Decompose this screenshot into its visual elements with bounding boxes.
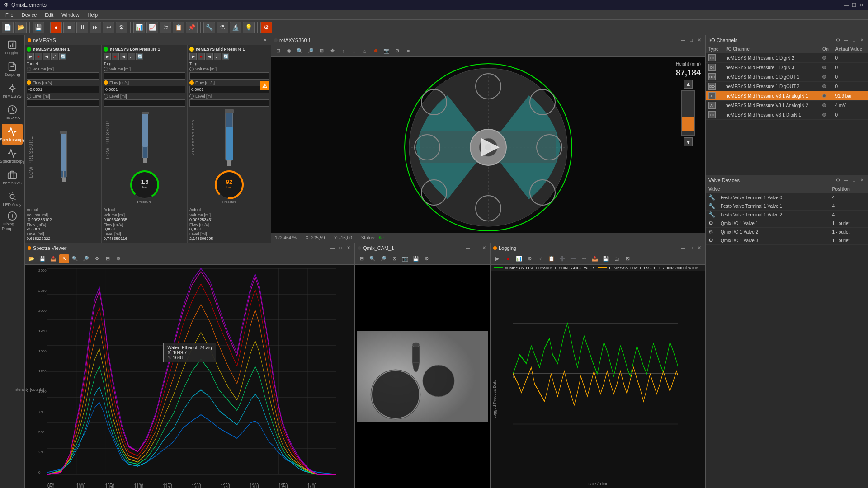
valve-cfg[interactable]: ⚙ [835,177,841,183]
cam-tb7[interactable]: ⚙ [422,254,432,263]
tb-btn13[interactable]: ⚗ [217,22,228,33]
unit2-stop[interactable]: ■ [112,53,119,60]
cam-tb5[interactable]: 📷 [400,254,410,263]
unit3-level-radio[interactable] [189,94,194,99]
sidebar-item-logging[interactable]: Logging [2,37,23,58]
tb-btn15[interactable]: 💡 [243,22,255,33]
logging-max[interactable]: □ [688,245,694,251]
save-button[interactable]: 💾 [33,22,44,33]
sidebar-item-scripting[interactable]: Scripting [2,59,23,80]
sp-cursor[interactable]: ↖ [59,254,69,263]
valve-max[interactable]: □ [851,177,857,183]
unit1-flow-radio[interactable] [27,80,31,85]
unit2-vol-radio[interactable] [104,67,108,71]
log-tb9[interactable]: ✏ [579,254,589,263]
tb-btn7[interactable]: 📊 [133,22,145,33]
io-max[interactable]: □ [851,37,857,43]
unit2-level-input[interactable] [104,99,185,107]
unit1-flow-input[interactable] [27,86,99,93]
log-tb8[interactable]: ➖ [568,254,578,263]
tb-btn10[interactable]: 📋 [173,22,184,33]
sidebar-item-spectroscopy2[interactable]: Spectroscopy [2,145,23,166]
cam-tb1[interactable]: ⊞ [357,254,367,263]
unit1-level-input[interactable] [27,99,99,107]
sp-pan[interactable]: ✥ [92,254,102,263]
unit3-rev[interactable]: ◀ [206,53,213,60]
unit2-flow-radio[interactable] [104,80,108,85]
sidebar-item-led[interactable]: LED Array [2,189,23,210]
menu-device[interactable]: Device [18,11,41,19]
unit1-play[interactable]: ▶ [27,53,34,60]
logging-pin[interactable]: — [680,245,686,251]
valve-table-row[interactable]: ⚙ Qmix I/O 1 Valve 3 1 - outlet [706,236,868,245]
unit3-flow-radio[interactable] [189,80,194,85]
io-cfg[interactable]: ⚙ [835,37,841,43]
tb-btn6[interactable]: ⚙ [116,22,127,33]
tb-btn8[interactable]: 📈 [146,22,158,33]
spectra-max[interactable]: □ [337,245,344,251]
spectra-close[interactable]: ✕ [345,245,352,251]
sp-zoomout[interactable]: 🔎 [81,254,91,263]
menu-help[interactable]: Help [84,11,101,19]
spectra-pin[interactable]: — [329,245,335,251]
log-tb7[interactable]: ➕ [557,254,567,263]
rt-down[interactable]: ↓ [349,47,359,56]
log-tb12[interactable]: 🗂 [612,254,622,263]
log-tb5[interactable]: ✓ [536,254,546,263]
unit3-vol-input[interactable] [189,72,269,80]
log-tb10[interactable]: 📤 [590,254,600,263]
valve-table-row[interactable]: 🔧 Festo Valve Terminal 1 Valve 2 4 [706,211,868,219]
sp-settings[interactable]: ⚙ [113,254,123,263]
height-down-btn[interactable]: ▼ [684,137,693,146]
tb-btn14[interactable]: 🔬 [230,22,241,33]
io-close[interactable]: ✕ [859,37,865,43]
log-tb4[interactable]: ⚙ [525,254,535,263]
rt-cfg[interactable]: ⚙ [392,47,402,56]
sp-zoomin[interactable]: 🔍 [70,254,80,263]
io-table-row[interactable]: DI neMESYS Mid Pressure 1 DigiN 3 0 [706,63,868,72]
unit1-fwd[interactable]: ⇌ [51,53,58,60]
logging-close[interactable]: ✕ [696,245,703,251]
sidebar-item-rotaxys[interactable]: rotAXYS [2,102,23,123]
io-table-row[interactable]: DO neMESYS Mid Pressure 1 DigOUT 2 0 [706,82,868,91]
script-run[interactable]: ● [50,22,62,33]
unit1-cfg[interactable]: 🔄 [59,53,66,60]
log-tb11[interactable]: 💾 [601,254,611,263]
rotaxys-close[interactable]: ✕ [696,37,703,43]
nemesys-close-btn[interactable]: ✕ [262,37,268,43]
rt-more[interactable]: ≡ [403,47,413,56]
rotaxys-pin[interactable]: — [680,37,686,43]
cam-tb3[interactable]: 🔎 [378,254,388,263]
rt-snap[interactable]: ⊞ [273,47,283,56]
menu-file[interactable]: File [2,11,17,19]
rt-view[interactable]: ◉ [284,47,294,56]
unit3-play[interactable]: ▶ [189,53,197,60]
sidebar-item-nemaxys[interactable]: neMAXYS [2,167,23,188]
minimize-button[interactable]: — [844,2,850,8]
rotaxys-max[interactable]: □ [688,37,694,43]
sp-save[interactable]: 💾 [38,254,47,263]
unit2-flow-input[interactable] [104,86,185,93]
unit1-stop[interactable]: ■ [35,53,42,60]
unit3-cfg[interactable]: 🔄 [222,53,229,60]
unit3-flow-input[interactable] [189,86,269,93]
tb-btn11[interactable]: 📌 [186,22,198,33]
sp-fit[interactable]: ⊞ [103,254,113,263]
unit2-level-radio[interactable] [104,94,108,99]
menu-window[interactable]: Window [58,11,83,19]
unit3-vol-radio[interactable] [189,67,194,71]
unit1-level-radio[interactable] [27,94,31,99]
tb-btn12[interactable]: 🔧 [203,22,215,33]
height-up-btn[interactable]: ▲ [684,80,693,89]
io-table-row[interactable]: AI neMESYS Mid Pressure V3 1 AnalogIN 1 … [706,91,868,101]
unit2-fwd[interactable]: ⇌ [128,53,135,60]
unit1-vol-input[interactable] [27,72,99,80]
cam-tb6[interactable]: 💾 [411,254,421,263]
new-button[interactable]: 📄 [2,22,14,33]
valve-close[interactable]: ✕ [859,177,865,183]
restore-button[interactable]: ☐ [851,2,857,8]
script-stop[interactable]: ■ [63,22,75,33]
menu-edit[interactable]: Edit [41,11,57,19]
unit3-stop[interactable]: ■ [198,53,205,60]
unit2-cfg[interactable]: 🔄 [136,53,143,60]
